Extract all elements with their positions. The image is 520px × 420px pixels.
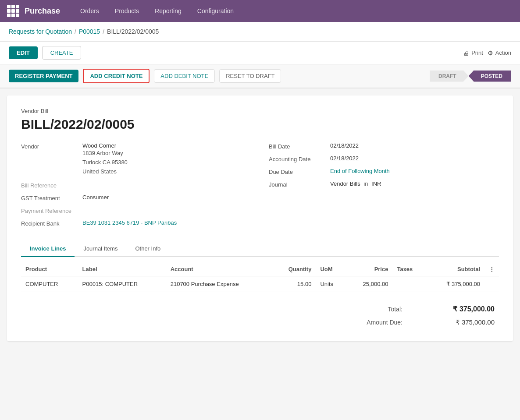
- nav-item-orders[interactable]: Orders: [74, 6, 105, 16]
- accounting-date-field: Accounting Date 02/18/2022: [269, 155, 499, 162]
- accounting-date-label: Accounting Date: [269, 155, 330, 162]
- tab-other-info[interactable]: Other Info: [126, 241, 169, 257]
- gst-treatment-label: GST Treatment: [21, 194, 82, 201]
- col-subtotal: Subtotal: [426, 262, 484, 276]
- create-button[interactable]: CREATE: [42, 46, 82, 60]
- due-date-value[interactable]: End of Following Month: [330, 168, 390, 174]
- tab-journal-items[interactable]: Journal Items: [75, 241, 126, 257]
- col-taxes: Taxes: [392, 262, 426, 276]
- add-debit-note-button[interactable]: ADD DEBIT NOTE: [154, 69, 215, 83]
- vendor-address-line1: 1839 Arbor Way: [82, 149, 128, 158]
- journal-value-container: Vendor Bills in INR: [330, 180, 381, 187]
- reset-to-draft-button[interactable]: RESET TO DRAFT: [219, 69, 281, 83]
- payment-reference-field: Payment Reference: [21, 207, 251, 214]
- bill-reference-field: Bill Reference: [21, 181, 251, 189]
- row-price[interactable]: 25,000.00: [346, 276, 393, 292]
- status-draft[interactable]: DRAFT: [430, 71, 469, 82]
- tab-invoice-lines[interactable]: Invoice Lines: [21, 241, 75, 257]
- journal-in: in: [363, 180, 368, 187]
- status-trail: DRAFT POSTED: [430, 71, 511, 82]
- recipient-bank-value[interactable]: BE39 1031 2345 6719 - BNP Paribas: [82, 219, 177, 226]
- journal-currency[interactable]: INR: [371, 180, 381, 187]
- total-label: Total:: [388, 306, 402, 313]
- row-menu[interactable]: [484, 276, 499, 292]
- row-uom[interactable]: Units: [316, 276, 345, 292]
- register-payment-button[interactable]: REGISTER PAYMENT: [9, 70, 78, 82]
- printer-icon: [463, 49, 469, 56]
- payment-reference-label: Payment Reference: [21, 207, 82, 214]
- due-date-field: Due Date End of Following Month: [269, 168, 499, 175]
- col-price: Price: [346, 262, 393, 276]
- journal-label: Journal: [269, 180, 330, 188]
- nav-item-reporting[interactable]: Reporting: [149, 6, 188, 16]
- grid-menu-icon[interactable]: [7, 5, 19, 17]
- status-posted[interactable]: POSTED: [469, 71, 511, 82]
- totals-section: Total: ₹ 375,000.00 Amount Due: ₹ 375,00…: [21, 297, 499, 329]
- breadcrumb-sep1: /: [75, 28, 76, 35]
- row-quantity[interactable]: 15.00: [272, 276, 316, 292]
- col-uom: UoM: [316, 262, 345, 276]
- app-name: Purchase: [25, 7, 60, 16]
- gear-icon: [488, 49, 493, 56]
- row-subtotal: ₹ 375,000.00: [426, 276, 484, 292]
- breadcrumb-current: BILL/2022/02/0005: [107, 28, 159, 35]
- breadcrumb-sep2: /: [103, 28, 104, 35]
- row-label[interactable]: P00015: COMPUTER: [78, 276, 166, 292]
- amount-due-value: ₹ 375,000.00: [429, 318, 495, 326]
- vendor-field: Vendor Wood Corner 1839 Arbor Way Turloc…: [21, 142, 251, 176]
- nav-item-configuration[interactable]: Configuration: [191, 6, 240, 16]
- print-button[interactable]: Print: [463, 49, 483, 56]
- vendor-address: 1839 Arbor Way Turlock CA 95380 United S…: [82, 149, 128, 176]
- bill-date-field: Bill Date 02/18/2022: [269, 142, 499, 150]
- document-title: BILL/2022/02/0005: [21, 117, 499, 132]
- journal-field: Journal Vendor Bills in INR: [269, 180, 499, 188]
- row-account[interactable]: 210700 Purchase Expense: [166, 276, 272, 292]
- primary-action-bar: EDIT CREATE Print Action: [0, 42, 520, 64]
- vendor-label: Vendor: [21, 142, 82, 150]
- add-credit-note-button[interactable]: ADD CREDIT NOTE: [83, 69, 150, 83]
- vendor-address-line3: United States: [82, 167, 128, 176]
- right-column: Bill Date 02/18/2022 Accounting Date 02/…: [269, 142, 499, 232]
- document-type: Vendor Bill: [21, 108, 499, 114]
- tabs: Invoice Lines Journal Items Other Info: [21, 241, 499, 257]
- action-button[interactable]: Action: [488, 49, 511, 56]
- col-account: Account: [166, 262, 272, 276]
- total-row: Total: ₹ 375,000.00: [21, 302, 499, 316]
- vendor-value: Wood Corner 1839 Arbor Way Turlock CA 95…: [82, 142, 128, 176]
- total-value: ₹ 375,000.00: [429, 305, 495, 313]
- form-grid: Vendor Wood Corner 1839 Arbor Way Turloc…: [21, 142, 499, 232]
- breadcrumb: Requests for Quotation / P00015 / BILL/2…: [0, 22, 520, 42]
- recipient-bank-label: Recipient Bank: [21, 219, 82, 227]
- row-product[interactable]: COMPUTER: [21, 276, 78, 292]
- gst-treatment-field: GST Treatment Consumer: [21, 194, 251, 201]
- invoice-table: Product Label Account Quantity UoM Price…: [21, 262, 499, 292]
- bill-reference-label: Bill Reference: [21, 181, 82, 189]
- col-menu: ⋮: [484, 262, 499, 276]
- nav-item-products[interactable]: Products: [109, 6, 145, 16]
- amount-due-label: Amount Due:: [367, 319, 402, 326]
- breadcrumb-rfq[interactable]: Requests for Quotation: [9, 28, 72, 35]
- bill-date-value[interactable]: 02/18/2022: [330, 142, 359, 149]
- main-content: Vendor Bill BILL/2022/02/0005 Vendor Woo…: [7, 95, 513, 341]
- breadcrumb-po[interactable]: P00015: [79, 28, 100, 35]
- gst-treatment-value[interactable]: Consumer: [82, 194, 109, 201]
- due-date-label: Due Date: [269, 168, 330, 175]
- vendor-name[interactable]: Wood Corner: [82, 142, 128, 149]
- left-column: Vendor Wood Corner 1839 Arbor Way Turloc…: [21, 142, 251, 232]
- amount-due-row: Amount Due: ₹ 375,000.00: [21, 316, 499, 329]
- bill-date-label: Bill Date: [269, 142, 330, 150]
- vendor-address-line2: Turlock CA 95380: [82, 158, 128, 167]
- edit-button[interactable]: EDIT: [9, 46, 38, 59]
- top-navigation: Purchase Orders Products Reporting Confi…: [0, 0, 520, 22]
- col-quantity: Quantity: [272, 262, 316, 276]
- recipient-bank-field: Recipient Bank BE39 1031 2345 6719 - BNP…: [21, 219, 251, 227]
- accounting-date-value[interactable]: 02/18/2022: [330, 155, 359, 162]
- col-product: Product: [21, 262, 78, 276]
- table-row: COMPUTER P00015: COMPUTER 210700 Purchas…: [21, 276, 499, 292]
- row-taxes[interactable]: [392, 276, 426, 292]
- col-label: Label: [78, 262, 166, 276]
- secondary-action-bar: REGISTER PAYMENT ADD CREDIT NOTE ADD DEB…: [0, 64, 520, 88]
- journal-value[interactable]: Vendor Bills: [330, 180, 360, 187]
